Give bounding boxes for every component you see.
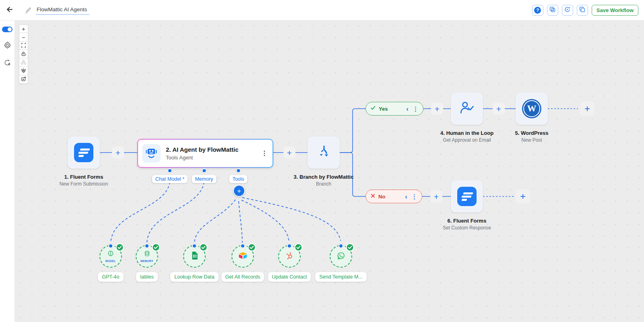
branch-yes-menu[interactable]: ⋮ xyxy=(413,106,419,112)
settings-gear-icon[interactable] xyxy=(3,41,12,50)
branch-yes-label: Yes xyxy=(379,106,388,112)
port-tools-label[interactable]: Tools xyxy=(229,175,247,183)
brain-icon xyxy=(107,250,115,259)
wordpress-glyph: W xyxy=(527,103,537,114)
workflow-title-input[interactable]: FlowMattic AI Agents xyxy=(36,5,89,15)
port-chat-model-label[interactable]: Chat Model * xyxy=(152,175,188,183)
toggle-knob xyxy=(8,27,12,31)
back-button[interactable] xyxy=(3,4,15,16)
node-6-label: 6. Fluent Forms Set Custom Response xyxy=(443,218,491,231)
execution-history-icon[interactable] xyxy=(3,58,12,67)
branch-no-pill[interactable]: No ‹ ⋮ xyxy=(365,190,422,203)
tool-handle-dot[interactable] xyxy=(339,244,343,248)
collapse-branch-icon[interactable]: ‹ xyxy=(405,193,407,200)
align-center-icon xyxy=(21,68,26,74)
edge-tools-sheets xyxy=(194,200,235,243)
robot-icon xyxy=(142,144,161,163)
database-icon xyxy=(143,250,151,259)
check-badge-icon xyxy=(248,243,256,252)
flow-canvas[interactable]: + − 1. Fluent Forms New Form Submission … xyxy=(14,20,644,322)
canvas-controls: + − xyxy=(19,25,28,84)
zoom-in-button[interactable]: + xyxy=(19,25,28,33)
tool-airtable-circle[interactable] xyxy=(231,245,254,268)
fluent-forms-icon xyxy=(457,187,477,206)
edge-memory-tool xyxy=(147,182,204,243)
left-rail xyxy=(0,20,14,322)
add-step-button-1[interactable]: + xyxy=(112,147,124,159)
lock-button[interactable] xyxy=(19,50,28,58)
node-2-menu-button[interactable]: ⋮ xyxy=(256,150,272,157)
node-5-card[interactable]: W xyxy=(516,93,548,125)
node-4-label: 4. Human in the Loop Get Approval on Ema… xyxy=(440,130,493,143)
google-sheets-icon xyxy=(190,251,199,262)
tool-hubspot-circle[interactable] xyxy=(278,245,301,268)
node-3-card[interactable] xyxy=(308,136,340,169)
node-2-subtitle: Tools Agent xyxy=(166,155,239,161)
node-branch: 3. Branch by FlowMattic Branch xyxy=(283,136,364,187)
tool-handle-dot[interactable] xyxy=(108,244,113,248)
add-step-button-end-no[interactable]: + xyxy=(516,189,530,204)
x-icon xyxy=(370,193,376,200)
node-2-number: 2. xyxy=(166,146,171,153)
node-3-subtitle: Branch xyxy=(294,181,354,187)
duplicate-button[interactable] xyxy=(547,5,558,16)
port-handle-dot[interactable] xyxy=(167,168,172,173)
zoom-out-button[interactable]: − xyxy=(19,33,28,41)
node-6-card[interactable] xyxy=(451,180,483,213)
tool-handle-dot[interactable] xyxy=(287,244,292,248)
tool-memory-circle[interactable]: MEMORY xyxy=(136,245,158,268)
tool-handle-dot[interactable] xyxy=(192,244,197,248)
tool-whatsapp-circle[interactable] xyxy=(330,245,352,268)
port-memory: Memory xyxy=(192,168,216,183)
workflow-enabled-toggle[interactable] xyxy=(2,27,12,32)
tool-sheets-circle[interactable] xyxy=(183,245,206,268)
branch-no-label: No xyxy=(378,194,385,200)
edit-pencil-icon xyxy=(25,7,32,14)
node-ai-agent[interactable]: 2. AI Agent by FlowMattic Tools Agent ⋮ xyxy=(137,139,273,168)
add-tool-button[interactable]: + xyxy=(233,185,245,197)
node-6-subtitle: Set Custom Response xyxy=(443,225,491,231)
node-2-label: 2. AI Agent by FlowMattic Tools Agent xyxy=(166,146,239,161)
top-bar: FlowMattic AI Agents ? Save Workf xyxy=(0,0,644,21)
branch-yes-pill[interactable]: Yes ‹ ⋮ xyxy=(365,102,423,116)
copy-button[interactable] xyxy=(577,5,588,16)
top-bar-actions: ? Save Workflow xyxy=(532,5,644,16)
top-bar-left: FlowMattic AI Agents xyxy=(0,4,89,16)
auto-layout-button[interactable] xyxy=(19,58,28,67)
node-2-name: AI Agent by FlowMattic xyxy=(172,146,238,153)
tool-handle-dot[interactable] xyxy=(144,244,149,248)
help-button[interactable]: ? xyxy=(532,5,543,16)
lock-icon xyxy=(21,51,26,58)
node-4-card[interactable] xyxy=(451,93,483,125)
port-handle-dot[interactable] xyxy=(236,168,241,173)
port-tools: Tools xyxy=(229,168,247,183)
airtable-icon xyxy=(238,251,248,262)
history-button[interactable] xyxy=(562,5,573,16)
node-1-card[interactable] xyxy=(68,136,100,169)
node-6-number: 6. xyxy=(448,218,452,224)
node-5-name: WordPress xyxy=(521,130,548,136)
port-handle-dot[interactable] xyxy=(202,168,206,173)
port-memory-label[interactable]: Memory xyxy=(192,175,216,183)
branch-no-menu[interactable]: ⋮ xyxy=(411,194,417,200)
collapse-branch-icon[interactable]: ‹ xyxy=(406,105,409,112)
node-wordpress: W 5. WordPress New Post xyxy=(491,93,572,143)
fit-view-icon xyxy=(21,42,26,49)
export-image-button[interactable] xyxy=(19,75,28,84)
check-badge-icon xyxy=(199,243,208,252)
tool-memory-label: tables xyxy=(136,272,157,282)
fit-view-button[interactable] xyxy=(19,41,28,50)
node-5-number: 5. xyxy=(515,130,520,136)
node-1-name: Fluent Forms xyxy=(70,174,103,180)
tool-hubspot-label: Update Contact xyxy=(268,272,311,282)
tool-handle-dot[interactable] xyxy=(240,244,245,248)
node-5-label: 5. WordPress New Post xyxy=(515,130,549,143)
edge-chatmodel-tool xyxy=(111,182,170,243)
save-workflow-button[interactable]: Save Workflow xyxy=(592,5,638,16)
node-6-name: Fluent Forms xyxy=(453,218,486,224)
align-center-button[interactable] xyxy=(19,67,28,75)
node-4-subtitle: Get Approval on Email xyxy=(440,137,493,143)
node-5-subtitle: New Post xyxy=(515,137,549,143)
add-step-button-end-yes[interactable]: + xyxy=(580,101,594,116)
history-icon xyxy=(564,6,571,14)
